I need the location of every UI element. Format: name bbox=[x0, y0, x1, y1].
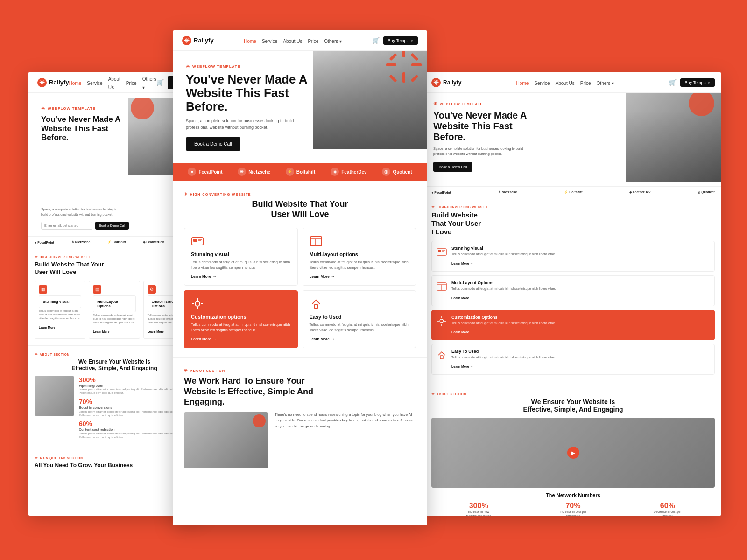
center-nav-right: 🛒 Buy Template bbox=[372, 36, 418, 45]
left-learn-2[interactable]: Learn More bbox=[93, 330, 109, 333]
right-stat-1: 300% Increase in new pipeline generated bbox=[465, 502, 493, 516]
right-feat1-link[interactable]: Learn More → bbox=[451, 262, 473, 265]
center-buy-btn[interactable]: Buy Template bbox=[383, 36, 418, 45]
right-buy-btn[interactable]: Buy Template bbox=[680, 78, 715, 87]
nav-others[interactable]: Others ▾ bbox=[142, 77, 156, 90]
svg-rect-33 bbox=[440, 356, 443, 359]
center-feat1-link[interactable]: Learn More bbox=[191, 274, 291, 279]
center-feat4-link[interactable]: Learn More bbox=[310, 337, 409, 341]
svg-point-28 bbox=[440, 319, 444, 323]
left-features-grid: ▦ Stunning Visual Tellus commodo at feug… bbox=[35, 281, 194, 338]
svg-rect-12 bbox=[310, 237, 322, 246]
left-nav-links: Home Service About Us Price Others ▾ bbox=[69, 74, 156, 91]
center-cart-icon[interactable]: 🛒 bbox=[372, 37, 380, 44]
left-feature-2: ▤ Multi-Layout Options Tellus commodo at… bbox=[89, 281, 140, 338]
left-demo-btn[interactable]: Book a Demo Call bbox=[95, 222, 129, 230]
center-feat3-title: Customization options bbox=[191, 314, 291, 320]
center-feat2-link[interactable]: Learn More bbox=[310, 274, 409, 279]
feature-icon-3: ⚙ bbox=[148, 285, 156, 294]
r-nav-home[interactable]: Home bbox=[516, 81, 529, 86]
right-stat-3: 60% Decrease in cost per content bbox=[654, 502, 682, 516]
left-learn-3[interactable]: Learn More bbox=[148, 330, 164, 333]
center-feat4-title: Easy to Used bbox=[310, 314, 409, 320]
right-brands: ● FocalPoint ✳ Nietzsche ⚡ Boltshift ◈ F… bbox=[425, 186, 721, 198]
nav-about[interactable]: About Us bbox=[108, 77, 120, 90]
center-feat4-desc: Tellus commodo at feugiat at mi quis id … bbox=[310, 322, 409, 333]
customize-icon bbox=[191, 297, 204, 310]
c-nav-service[interactable]: Service bbox=[262, 39, 277, 44]
right-hero: WEBFLOW TEMPLATE You've Never Made A Web… bbox=[425, 93, 721, 186]
center-demo-btn[interactable]: Book a Demo Call bbox=[186, 137, 240, 151]
left-about-tag: ABOUT SECTION bbox=[35, 352, 194, 357]
center-about-tag: ABOUT SECTION bbox=[184, 368, 416, 373]
right-feat4-link[interactable]: Learn More → bbox=[451, 365, 473, 368]
c-nav-home[interactable]: Home bbox=[244, 39, 256, 44]
center-feat3-desc: Tellus commodo at feugiat at mi quis id … bbox=[191, 322, 291, 333]
right-about-tag: ABOUT SECTION bbox=[431, 392, 715, 396]
center-brands-bar: ● FocalPoint ✳ Nietzsche ⚡ Boltshift ◈ F… bbox=[173, 163, 427, 181]
svg-rect-7 bbox=[411, 75, 419, 83]
right-features-tag: HIGH-CONVERTING WEBSITE bbox=[431, 205, 715, 209]
center-feat2-desc: Tellus commodo at feugiat at mi quis id … bbox=[310, 259, 409, 271]
center-feature-4: Easy to Used Tellus commodo at feugiat a… bbox=[303, 290, 416, 348]
center-hero-image bbox=[313, 51, 427, 149]
right-feature-2: Multi-Layout Options Tellus commodo at f… bbox=[431, 275, 715, 306]
right-about: ABOUT SECTION We Ensure Your Website IsE… bbox=[425, 385, 721, 516]
right-stats-row: 300% Increase in new pipeline generated … bbox=[431, 502, 715, 516]
nietzsche-icon: ✳ bbox=[238, 168, 246, 176]
center-feat3-link[interactable]: Learn More bbox=[191, 337, 291, 341]
brand-quotient: ◎ Quotient bbox=[382, 168, 412, 176]
nav-price[interactable]: Price bbox=[126, 81, 137, 86]
center-feature-2: Multi-layout options Tellus commodo at f… bbox=[303, 228, 416, 286]
c-nav-about[interactable]: About Us bbox=[283, 39, 302, 44]
right-feature-3: Customization Options Tellus commodo at … bbox=[431, 310, 715, 341]
right-feat4-body: Easy To Used Tellus commodo at feugiat a… bbox=[451, 349, 556, 370]
r-nav-about[interactable]: About Us bbox=[556, 81, 575, 86]
r-brand-quot: ◎ Quotient bbox=[698, 190, 715, 194]
focal-icon: ● bbox=[188, 168, 196, 176]
r-nav-service[interactable]: Service bbox=[534, 81, 550, 86]
left-brand-feather: ◈ FeatherDev bbox=[143, 240, 164, 244]
right-nav-links: Home Service About Us Price Others ▾ bbox=[516, 78, 614, 87]
right-cart-icon[interactable]: 🛒 bbox=[669, 79, 677, 86]
layout-icon bbox=[310, 235, 323, 248]
c-nav-price[interactable]: Price bbox=[308, 39, 318, 44]
r-brand-focal: ● FocalPoint bbox=[431, 191, 451, 194]
right-features: HIGH-CONVERTING WEBSITE Build WebsiteTha… bbox=[425, 198, 721, 385]
play-button[interactable]: ▶ bbox=[567, 447, 579, 459]
center-logo-icon bbox=[182, 36, 191, 45]
r-layout-icon bbox=[437, 281, 447, 292]
right-feature-1: Stunning Visual Tellus commodo at feugia… bbox=[431, 241, 715, 272]
center-hero-desc: Space, a complete solution for businesse… bbox=[186, 118, 305, 131]
cart-icon[interactable]: 🛒 bbox=[156, 79, 164, 86]
svg-rect-2 bbox=[386, 63, 396, 66]
r-nav-others[interactable]: Others ▾ bbox=[597, 81, 614, 86]
c-nav-others[interactable]: Others ▾ bbox=[324, 39, 342, 44]
right-feat2-link[interactable]: Learn More → bbox=[451, 296, 473, 300]
visual-icon bbox=[191, 235, 204, 248]
center-card: Rallyfy Home Service About Us Price Othe… bbox=[173, 30, 427, 525]
svg-rect-1 bbox=[402, 72, 405, 83]
center-nav-links: Home Service About Us Price Others ▾ bbox=[244, 36, 342, 45]
r-brand-feather: ◈ FeatherDev bbox=[629, 190, 650, 194]
right-demo-btn[interactable]: Book a Demo Call bbox=[433, 162, 472, 172]
right-about-heading: We Ensure Your Website IsEffective, Simp… bbox=[431, 398, 715, 413]
right-feat3-body: Customization Options Tellus commodo at … bbox=[451, 315, 556, 336]
logo-icon bbox=[37, 78, 47, 87]
center-hero: WEBFLOW TEMPLATE You've Never Made A Web… bbox=[173, 51, 427, 163]
r-nav-price[interactable]: Price bbox=[580, 81, 591, 86]
right-features-heading: Build WebsiteThat Your UserI Love bbox=[431, 211, 715, 236]
right-card: Rallyfy Home Service About Us Price Othe… bbox=[425, 72, 721, 516]
right-feat3-link[interactable]: Learn More → bbox=[451, 330, 473, 334]
right-about-image: ▶ bbox=[431, 418, 715, 488]
left-learn-1[interactable]: Learn More bbox=[39, 326, 55, 329]
center-burst-icon bbox=[385, 51, 423, 84]
left-email-input[interactable] bbox=[41, 222, 92, 230]
svg-rect-3 bbox=[411, 63, 422, 66]
left-about-heading: We Ensure Your Website IsEffective, Simp… bbox=[35, 358, 194, 371]
nav-service[interactable]: Service bbox=[87, 81, 102, 86]
center-about: ABOUT SECTION We Work Hard To Ensure You… bbox=[173, 357, 427, 478]
right-nav: Rallyfy Home Service About Us Price Othe… bbox=[425, 72, 721, 93]
nav-home[interactable]: Home bbox=[69, 81, 82, 86]
center-features-tag: HIGH-CONVERTING WEBSITE bbox=[184, 192, 416, 196]
